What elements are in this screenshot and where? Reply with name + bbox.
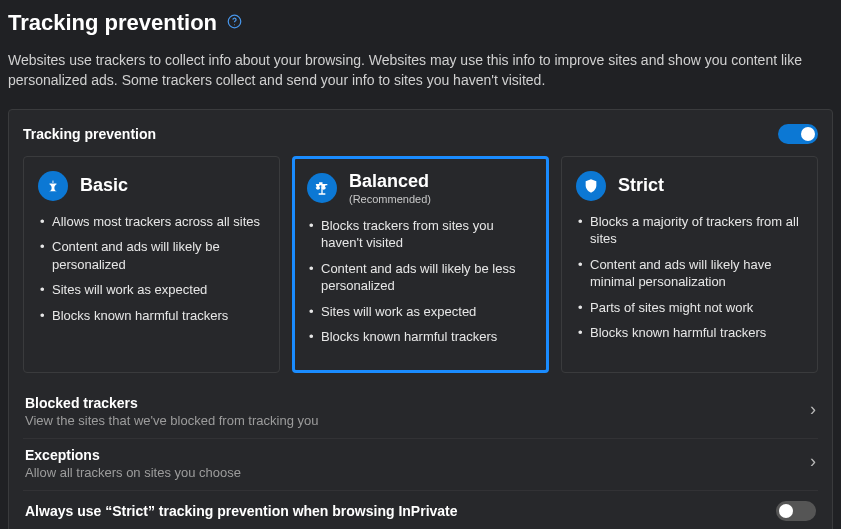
page-title: Tracking prevention [8, 10, 217, 36]
level-title: Strict [618, 175, 664, 196]
level-bullet: Content and ads will likely have minimal… [576, 256, 803, 291]
level-bullet: Blocks trackers from sites you haven't v… [307, 217, 534, 252]
chevron-right-icon: › [810, 399, 816, 420]
level-title: Balanced [349, 171, 431, 192]
help-icon[interactable] [227, 14, 242, 32]
level-bullet: Allows most trackers across all sites [38, 213, 265, 231]
exceptions-link[interactable]: Exceptions Allow all trackers on sites y… [23, 438, 818, 490]
chevron-right-icon: › [810, 451, 816, 472]
level-cards: Basic Allows most trackers across all si… [23, 156, 818, 373]
level-title: Basic [80, 175, 128, 196]
blocked-trackers-link[interactable]: Blocked trackers View the sites that we'… [23, 387, 818, 438]
strict-inprivate-row: Always use “Strict” tracking prevention … [23, 490, 818, 525]
strict-inprivate-toggle[interactable] [776, 501, 816, 521]
level-bullet: Content and ads will likely be less pers… [307, 260, 534, 295]
level-bullet: Parts of sites might not work [576, 299, 803, 317]
level-card-basic[interactable]: Basic Allows most trackers across all si… [23, 156, 280, 373]
panel-title: Tracking prevention [23, 126, 156, 142]
level-card-strict[interactable]: Strict Blocks a majority of trackers fro… [561, 156, 818, 373]
svg-point-1 [234, 24, 235, 25]
page-description: Websites use trackers to collect info ab… [8, 50, 808, 91]
level-bullet: Sites will work as expected [307, 303, 534, 321]
level-bullet: Blocks known harmful trackers [576, 324, 803, 342]
row-title: Exceptions [25, 447, 241, 463]
level-bullet: Blocks a majority of trackers from all s… [576, 213, 803, 248]
level-subtitle: (Recommended) [349, 193, 431, 205]
level-bullet: Content and ads will likely be personali… [38, 238, 265, 273]
level-bullet: Blocks known harmful trackers [307, 328, 534, 346]
row-desc: View the sites that we've blocked from t… [25, 413, 318, 428]
tracking-prevention-toggle[interactable] [778, 124, 818, 144]
row-title: Blocked trackers [25, 395, 318, 411]
level-bullet: Sites will work as expected [38, 281, 265, 299]
strict-icon [576, 171, 606, 201]
tracking-prevention-panel: Tracking prevention Basic Allows most tr… [8, 109, 833, 529]
row-desc: Allow all trackers on sites you choose [25, 465, 241, 480]
level-bullet: Blocks known harmful trackers [38, 307, 265, 325]
balanced-icon [307, 173, 337, 203]
level-card-balanced[interactable]: Balanced (Recommended) Blocks trackers f… [292, 156, 549, 373]
basic-icon [38, 171, 68, 201]
row-title: Always use “Strict” tracking prevention … [25, 503, 458, 519]
